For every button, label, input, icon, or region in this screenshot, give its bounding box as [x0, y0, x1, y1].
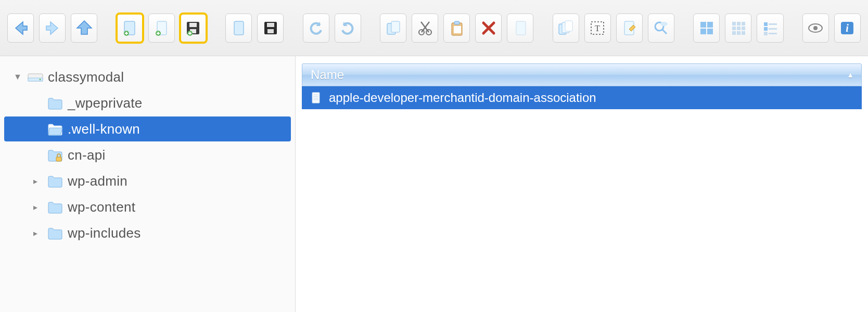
search-cloud-icon — [653, 20, 669, 36]
arrow-left-icon — [12, 20, 29, 36]
undo-button[interactable] — [303, 14, 329, 43]
tree-item-label: _wpeprivate — [68, 95, 143, 111]
column-header-name[interactable]: Name ▲ — [302, 63, 862, 86]
grid-detail-icon — [762, 20, 778, 36]
tree-item-label: wp-includes — [68, 225, 141, 241]
save-icon — [185, 20, 201, 36]
tree-item-wp-includes[interactable]: ▸wp-includes — [4, 220, 291, 245]
nav-back-button[interactable] — [7, 14, 34, 43]
tree-item-label: wp-content — [68, 199, 135, 215]
select-text-icon — [589, 20, 606, 36]
folder-tree-sidebar: ▼ classymodal _wpeprivate.well-knowncn-a… — [0, 56, 296, 312]
copy-button[interactable] — [380, 14, 406, 43]
info-button[interactable] — [834, 14, 861, 43]
folder-icon — [47, 95, 63, 111]
nav-up-button[interactable] — [71, 14, 97, 43]
search-cloud-button[interactable] — [648, 14, 674, 43]
undo-icon — [308, 20, 324, 36]
drive-icon — [27, 69, 44, 85]
file-name-label: apple-developer-merchantid-domain-associ… — [329, 90, 596, 105]
new-file2-button[interactable] — [148, 14, 175, 43]
copy-multi-icon — [557, 20, 574, 36]
tree-item-label: cn-api — [68, 147, 106, 163]
sort-asc-icon: ▲ — [847, 71, 854, 79]
file-new2-icon — [153, 20, 170, 36]
eye-icon — [807, 20, 824, 36]
view-detail-button[interactable] — [757, 14, 783, 43]
tree-root-row[interactable]: ▼ classymodal — [4, 64, 291, 89]
tree-item-label: .well-known — [68, 121, 140, 137]
twisty-down-icon[interactable]: ▼ — [12, 72, 23, 82]
twisty-icon[interactable]: ▸ — [28, 202, 43, 212]
arrow-right-icon — [44, 20, 61, 36]
clipboard-icon — [449, 20, 465, 36]
info-icon — [839, 20, 856, 36]
nav-fwd-button[interactable] — [39, 14, 66, 43]
toolbar — [0, 0, 868, 56]
file-blank-icon — [512, 20, 529, 36]
delete-icon — [480, 20, 497, 36]
folder-icon — [47, 225, 63, 241]
file-new-icon — [121, 20, 138, 36]
twisty-icon[interactable]: ▸ — [28, 176, 43, 186]
copy-icon — [385, 20, 402, 36]
file-plain-icon — [231, 20, 247, 36]
blank-file-button[interactable] — [507, 14, 533, 43]
redo-icon — [339, 20, 356, 36]
tree-item--wpeprivate[interactable]: _wpeprivate — [4, 90, 291, 115]
folder-icon — [47, 173, 63, 189]
tree-item-wp-admin[interactable]: ▸wp-admin — [4, 168, 291, 193]
folder-open-icon — [47, 121, 63, 137]
paste-file-button[interactable] — [225, 14, 252, 43]
column-header-label: Name — [311, 68, 344, 82]
clipboard-button[interactable] — [443, 14, 470, 43]
cut-button[interactable] — [412, 14, 438, 43]
tree-item-cn-api[interactable]: cn-api — [4, 142, 291, 167]
tree-item-wp-content[interactable]: ▸wp-content — [4, 194, 291, 219]
main-split: ▼ classymodal _wpeprivate.well-knowncn-a… — [0, 56, 868, 312]
preview-button[interactable] — [802, 14, 829, 43]
arrow-up-icon — [76, 20, 93, 36]
file-row[interactable]: apple-developer-merchantid-domain-associ… — [302, 86, 862, 109]
tree-root-label: classymodal — [48, 69, 124, 85]
view-small-button[interactable] — [725, 14, 751, 43]
edit-file-button[interactable] — [616, 14, 643, 43]
file-edit-icon — [621, 20, 637, 36]
cut-icon — [417, 20, 433, 36]
save-dark-icon — [262, 20, 279, 36]
new-file-button[interactable] — [117, 14, 143, 43]
folder-locked-icon — [47, 147, 63, 163]
copy-multi-button[interactable] — [553, 14, 579, 43]
save-file-button[interactable] — [180, 14, 207, 43]
save-dark-button[interactable] — [257, 14, 284, 43]
grid-small-icon — [730, 20, 747, 36]
view-large-button[interactable] — [693, 14, 720, 43]
select-text-button[interactable] — [584, 14, 611, 43]
file-list-panel: Name ▲ apple-developer-merchantid-domain… — [296, 56, 868, 312]
grid-large-blue-icon — [698, 20, 715, 36]
tree-item-label: wp-admin — [68, 173, 127, 189]
document-icon — [310, 91, 322, 105]
folder-icon — [47, 199, 63, 215]
tree-item--well-known[interactable]: .well-known — [4, 116, 291, 141]
delete-button[interactable] — [475, 14, 502, 43]
twisty-icon[interactable]: ▸ — [28, 228, 43, 238]
redo-button[interactable] — [335, 14, 361, 43]
